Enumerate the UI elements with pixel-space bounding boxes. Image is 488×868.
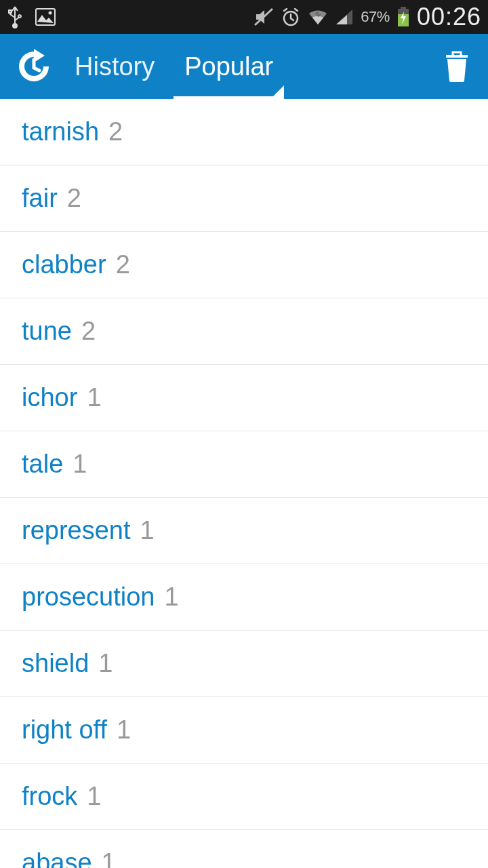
status-left: [7, 5, 56, 28]
list-item[interactable]: fair 2: [0, 165, 488, 232]
usb-icon: [7, 5, 23, 28]
word-count: 1: [140, 516, 155, 545]
list-item[interactable]: represent 1: [0, 498, 488, 564]
word-text: frock: [22, 782, 77, 811]
svg-rect-6: [401, 7, 406, 9]
word-text: tune: [22, 317, 72, 346]
picture-icon: [35, 8, 56, 26]
trash-icon: [443, 51, 470, 82]
word-count: 2: [116, 250, 130, 279]
battery-charging-icon: [396, 6, 410, 28]
status-right: 67% 00:26: [253, 3, 481, 31]
battery-percent: 67%: [361, 8, 390, 26]
list-item[interactable]: ichor 1: [0, 365, 488, 431]
list-item[interactable]: right off 1: [0, 697, 488, 764]
wifi-icon: [308, 8, 328, 26]
app-bar: History Popular: [0, 34, 488, 99]
word-count: 2: [67, 184, 81, 213]
list-item[interactable]: shield 1: [0, 631, 488, 697]
word-count: 1: [102, 848, 116, 868]
svg-point-0: [13, 24, 17, 28]
word-count: 1: [87, 782, 101, 811]
word-text: shield: [22, 649, 89, 678]
word-count: 1: [98, 649, 113, 678]
list-item[interactable]: tale 1: [0, 431, 488, 498]
word-text: right off: [22, 715, 107, 745]
word-text: tale: [22, 450, 63, 479]
word-count: 2: [81, 317, 96, 346]
list-item[interactable]: clabber 2: [0, 232, 488, 298]
word-text: tarnish: [22, 117, 99, 146]
tab-history[interactable]: History: [60, 34, 169, 99]
word-text: prosecution: [22, 583, 155, 612]
alarm-icon: [281, 7, 301, 27]
tab-history-label: History: [75, 52, 155, 81]
word-count: 1: [73, 450, 87, 479]
word-count: 1: [117, 715, 131, 745]
status-bar: 67% 00:26: [0, 0, 488, 34]
delete-button[interactable]: [438, 47, 476, 85]
word-list: tarnish 2 fair 2 clabber 2 tune 2 ichor …: [0, 99, 488, 868]
tab-active-indicator-icon: [270, 85, 284, 99]
word-text: represent: [22, 516, 131, 545]
list-item[interactable]: tarnish 2: [0, 99, 488, 165]
list-item[interactable]: prosecution 1: [0, 564, 488, 631]
clock-text: 00:26: [417, 3, 481, 31]
tab-popular-label: Popular: [184, 52, 273, 81]
mute-icon: [253, 7, 274, 26]
word-text: abase: [22, 848, 92, 868]
word-count: 1: [164, 583, 178, 612]
list-item[interactable]: tune 2: [0, 298, 488, 365]
word-count: 2: [108, 117, 123, 146]
tabs: History Popular: [60, 34, 288, 99]
word-text: fair: [22, 184, 58, 213]
app-logo-refresh-icon[interactable]: [12, 45, 56, 88]
tab-popular[interactable]: Popular: [169, 34, 288, 99]
list-item[interactable]: frock 1: [0, 764, 488, 830]
word-count: 1: [87, 383, 101, 412]
signal-icon: [335, 8, 354, 26]
word-text: ichor: [22, 383, 77, 412]
word-text: clabber: [22, 250, 106, 279]
list-item[interactable]: abase 1: [0, 830, 488, 868]
svg-point-2: [49, 12, 52, 15]
